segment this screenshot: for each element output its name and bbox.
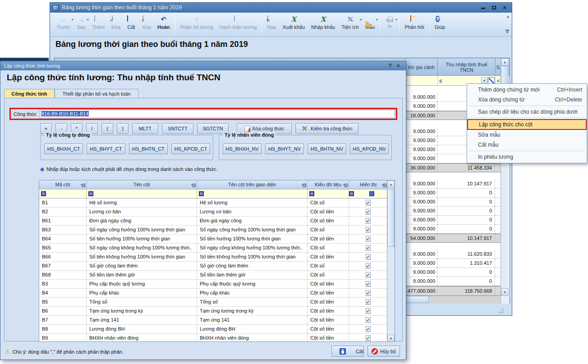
toolbar-hach-toan-luong-button[interactable]: Hạch toán lương [216,14,260,31]
dialog-close-button[interactable]: × [394,63,402,69]
hs-bhyt-nv-button[interactable]: HS_BHYT_NV [265,143,304,154]
scroll-up-icon[interactable]: ▲ [387,180,395,188]
grid-column-header[interactable]: S [495,58,501,76]
hs-bhxh-ct-button[interactable]: HS_BHXH_CT [44,143,83,154]
toolbar-nhap-khau-button[interactable]: XNhập khẩu [308,14,338,31]
table-row[interactable]: 9.000.0000 [405,216,501,225]
table-row[interactable]: 9.000.0001.310.417 [405,259,501,268]
filter-cell[interactable] [197,189,308,198]
checkbox[interactable]: ✓ [366,335,370,341]
operator-close-paren-button[interactable]: ) [117,123,129,134]
toolbar-hoan-button[interactable]: ↶Hoàn [154,14,173,31]
mltt-button[interactable]: MLTT [132,123,158,134]
grid-column-header[interactable]: trừ gia cảnh [405,58,437,76]
column-header[interactable]: Kiểu dữ liệu [308,180,349,189]
minimize-button[interactable] [478,4,487,11]
scrollbar-thumb[interactable] [387,189,395,247]
table-row[interactable]: 9.000.00011.620.833 [405,250,501,259]
pin-icon[interactable] [302,183,306,187]
tab-thiet-lap-phan-bo[interactable]: Thiết lập phân bổ và hạch toán [55,89,138,98]
cancel-button[interactable]: Hủy bỏ [368,346,400,357]
hs-bhtn-ct-button[interactable]: HS_BHTN_CT [129,143,168,154]
table-row[interactable]: 9.000.0000 [405,277,501,286]
checkbox[interactable]: ✓ [366,299,370,305]
column-header[interactable]: Mã cột [39,180,87,189]
checkbox[interactable]: ✓ [366,281,370,287]
checkbox[interactable]: ✓ [366,254,370,260]
toolbar-nap-button[interactable]: Nạp [264,14,279,31]
table-row[interactable]: 9.000.0000 [405,268,501,277]
close-button[interactable]: × [500,4,509,11]
checkbox[interactable]: ✓ [366,209,370,215]
table-row[interactable]: B63Số ngày công hưởng 100% lương thời gi… [39,226,395,235]
toolbar-xuat-khau-button[interactable]: XXuất khẩu [279,14,308,31]
toolbar-options-icon[interactable]: ▼ [505,30,509,34]
menu-item-xoa-dong[interactable]: Xóa dòng chứng từCtrl+Delete [467,95,587,105]
filter-icon[interactable] [88,191,93,196]
menu-item-sao-chep[interactable]: Sao chép dữ liệu cho các dòng phía dưới [467,107,587,117]
toolbar-sau-button[interactable]: →▼Sau [74,14,89,31]
filter-operator[interactable]: < [496,78,500,83]
filter-icon[interactable] [309,191,314,196]
pin-icon[interactable] [382,183,386,187]
menu-item-sua-mau[interactable]: Sửa mẫu [467,130,587,140]
resize-grip[interactable] [502,309,509,314]
toolbar-phan-bo-luong-button[interactable]: ↑Phân bổ lương [177,14,216,31]
toolbar-phan-hoi-button[interactable]: Phản hồi [401,14,427,31]
maximize-button[interactable] [489,4,498,11]
toolbar-giup-button[interactable]: ?Giúp [432,14,448,31]
sntctt-button[interactable]: SNTCTT [162,123,193,134]
filter-cell[interactable] [39,189,87,198]
table-row[interactable]: B68Số tiền làm thêm giờSố tiền làm thêm … [39,271,395,280]
table-row[interactable]: B8Lương đóng BHLương đóng BHCột số tiền✓ [39,325,395,334]
table-row[interactable]: B9BHXH nhân viên đóngBHXH nhân viên đóng… [39,334,395,342]
scroll-down-icon[interactable]: ▼ [387,335,395,342]
checkbox[interactable]: ✓ [366,200,370,206]
table-row[interactable]: 9.000.0000 [405,189,501,198]
toolbar-them-button[interactable]: Thêm [89,14,108,31]
toolbar-mau-button[interactable]: ▼Mẫu [362,14,378,31]
pin-icon[interactable] [343,183,348,187]
toolbar-in-button[interactable]: ▼In [382,14,397,30]
checkbox[interactable]: ✓ [366,326,370,332]
checkbox[interactable]: ✓ [366,227,370,233]
table-row[interactable]: B2Lương cơ bảnLương cơ bảnCột số tiền✓ [39,207,395,217]
menu-item-lap-cong-thuc[interactable]: Lập công thức cho cột [467,119,587,130]
formula-input[interactable]: B16-B9-B10-B11-B14 [40,110,395,118]
toolbar-truoc-button[interactable]: ←▼Trước [54,14,74,31]
menu-item-in-phieu-luong[interactable]: In phiếu lương [467,152,587,162]
toolbar-sua-button[interactable]: Sửa [108,14,124,31]
table-row[interactable]: B4Phụ cấp khácPhụ cấp khácCột số tiền✓ [39,289,395,298]
checkbox[interactable]: ✓ [366,245,370,251]
table-row[interactable]: B3Phụ cấp thuộc quỹ lươngPhụ cấp thuộc q… [39,280,395,289]
column-header[interactable]: Tên cột [87,180,197,189]
column-header[interactable]: Tên cột trên giao diện [197,180,308,189]
table-row[interactable]: B1Hệ số lươngHệ số lươngCột số✓ [39,198,395,207]
hs-kpcd-ct-button[interactable]: HS_KPCĐ_CT [171,143,210,154]
checkbox[interactable]: ✓ [366,290,370,296]
filter-cell[interactable] [349,189,388,198]
table-vertical-scrollbar[interactable]: ▲ ▼ [387,180,395,342]
table-row[interactable]: B7Tạm ứng 141Tạm ứng 141Cột số tiền✓ [39,316,395,325]
checkbox[interactable]: ✓ [366,236,370,242]
pin-icon[interactable] [191,183,196,187]
filter-checkbox-icon[interactable] [369,191,374,196]
hs-bhyt-ct-button[interactable]: HS_BHYT_CT [87,143,125,154]
checkbox[interactable]: ✓ [366,218,370,224]
checkbox[interactable]: ✓ [366,272,370,278]
table-row[interactable]: 9.000.00010.147.917 [405,180,501,189]
save-button[interactable]: Cất [331,346,364,357]
toolbar-overflow-icon[interactable]: » [506,14,509,19]
filter-cell[interactable] [308,189,349,198]
tab-cong-thuc-tinh[interactable]: Công thức tính [4,89,55,98]
table-row[interactable]: B66Số tiền không hưởng 100% lương thời g… [39,253,395,262]
operator-open-paren-button[interactable]: ( [101,123,113,134]
scroll-down-icon[interactable]: ▼ [501,288,509,296]
table-row[interactable]: B65Số ngày công không hưởng 100% lương t… [39,244,395,253]
filter-icon[interactable] [349,191,354,196]
menu-item-cat-mau[interactable]: Cất mẫu [467,140,587,150]
grid-filter-cell[interactable] [405,76,437,86]
table-row[interactable]: B64Số tiền hưởng 100% lương thời gianSố … [39,235,395,244]
pin-icon[interactable] [81,183,85,187]
filter-icon[interactable] [199,191,204,196]
